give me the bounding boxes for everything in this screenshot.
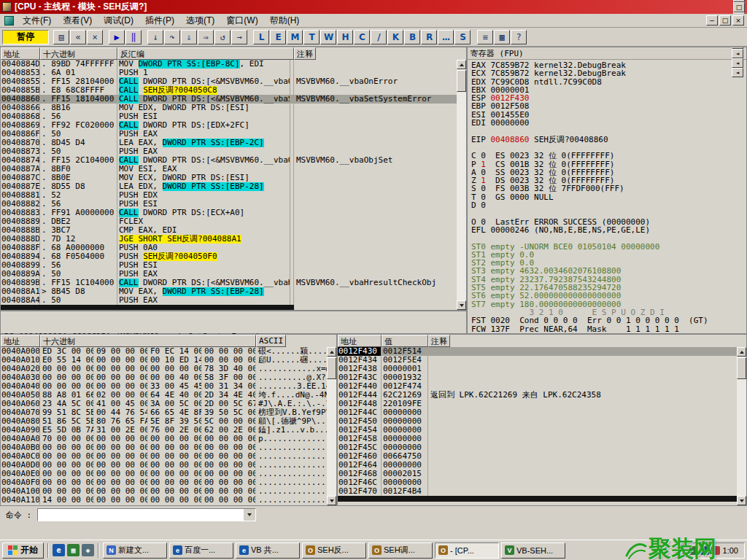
register-line[interactable]: 3 2 1 0 E S P U O Z D I [471, 308, 746, 316]
dump-row[interactable]: 0040A08051 86 5C 5B80 76 65 FA5E 8F 39 5… [1, 417, 327, 426]
scroll-up-icon[interactable] [457, 60, 466, 69]
panel-button-L[interactable]: L [253, 30, 269, 44]
dump-row[interactable]: 0040A04000 00 00 0000 00 00 0033 00 45 4… [1, 382, 327, 391]
run-button[interactable]: ▶ [109, 30, 125, 44]
disasm-row[interactable]: 00408874. FF15 2C104000CALL DWORD PTR DS… [1, 156, 457, 165]
dump-row[interactable]: 0040A06023 4A 5C 0041 00 45 003A 00 5C 0… [1, 400, 327, 408]
tray-icon[interactable] [711, 546, 720, 555]
register-line[interactable]: EAX 7C859B72 kernel32.DebugBreak [471, 61, 746, 69]
stack-row[interactable]: 0012F44C00000000 [338, 408, 737, 417]
panel-button-S[interactable]: S [454, 30, 471, 44]
panel-button-C[interactable]: C [354, 30, 370, 44]
register-line[interactable]: ST2 empty 0.0 [471, 259, 746, 267]
start-button[interactable]: 开始 [2, 542, 44, 559]
panel-button-x[interactable]: / [371, 30, 387, 44]
dump-row[interactable]: 0040A10000 00 00 0000 00 00 0000 00 00 0… [1, 487, 327, 496]
scroll-thumb[interactable] [457, 70, 466, 92]
scroll-down-icon[interactable] [737, 496, 746, 505]
dump-row[interactable]: 0040A0C000 00 00 0000 00 00 0000 00 00 0… [1, 452, 327, 461]
panel-button-K[interactable]: K [387, 30, 403, 44]
panel-button-B[interactable]: B [404, 30, 420, 44]
register-line[interactable]: ST7 empty 180.00000000000000000 [471, 300, 746, 308]
disasm-row[interactable]: 0040887E. 8D55 D8LEA EDX, DWORD PTR SS:[… [1, 182, 457, 191]
help-button[interactable]: ? [511, 30, 527, 44]
task-button[interactable]: e百度一... [169, 542, 233, 559]
command-input[interactable] [38, 509, 244, 521]
stack-row[interactable]: 0012F43800000001 [338, 365, 737, 373]
stack-row[interactable]: 0012F43C00001932 [338, 373, 737, 382]
task-button[interactable]: N新建文... [103, 542, 167, 559]
disasm-row[interactable]: 0040889A. 50PUSH EAX [1, 270, 457, 279]
register-line[interactable] [471, 209, 746, 217]
windows-list-button[interactable]: ≡ [477, 30, 493, 44]
disasm-row[interactable]: 00408894. 68 F0504000PUSH SEH反调?004050F0 [1, 252, 457, 261]
stack-row[interactable]: 0012F45800000000 [338, 435, 737, 443]
register-line[interactable] [471, 127, 746, 135]
dump-scrollbar[interactable] [327, 347, 336, 505]
disasm-row[interactable]: 00408899. 56PUSH ESI [1, 261, 457, 270]
disasm-row[interactable]: 00408882. 56PUSH ESI [1, 200, 457, 209]
register-line[interactable]: FCW 137F Prec NEAR,64 Mask 1 1 1 1 1 1 [471, 325, 746, 333]
disasm-row[interactable]: 00408868. 56PUSH ESI [1, 112, 457, 121]
disasm-row[interactable]: 00408873. 50PUSH EAX [1, 147, 457, 156]
goto-button[interactable]: → [231, 30, 247, 44]
register-line[interactable]: EBX 00000001 [471, 86, 746, 94]
disasm-row[interactable]: 0040885B. E8 68C8FFFFCALL SEH反调?004050C8 [1, 86, 457, 95]
register-line[interactable]: ST0 empty -UNORM BCE0 01050104 00000000 [471, 243, 746, 251]
disasm-row[interactable]: 0040889B. FF15 1C104000CALL DWORD PTR DS… [1, 279, 457, 287]
disasm-row[interactable]: 0040884D. 89BD 74FFFFFFMOV DWORD PTR SS:… [1, 60, 457, 69]
register-line[interactable]: EIP 00408860 SEH反调?00408860 [471, 136, 746, 144]
menu-item[interactable]: 文件(F) [17, 15, 57, 27]
dump-row[interactable]: 0040A11014 00 00 0000 00 00 0000 00 00 0… [1, 496, 327, 505]
register-line[interactable]: C 0 ES 0023 32 位 0(FFFFFFFF) [471, 152, 746, 160]
stack-row[interactable]: 0012F4700012F4B4 [338, 487, 737, 496]
stack-row[interactable]: 0012F45000000000 [338, 417, 737, 426]
register-line[interactable]: EFL 00000246 (NO,NB,E,BE,NS,PE,GE,LE) [471, 226, 746, 234]
stack-row[interactable]: 0012F45400000000 [338, 426, 737, 435]
scroll-thumb[interactable] [737, 357, 746, 379]
command-combobox[interactable] [37, 508, 256, 521]
disasm-row[interactable]: 0040886F. 50PUSH EAX [1, 130, 457, 139]
menu-item[interactable]: 查看(V) [57, 15, 98, 27]
tray-icon[interactable] [689, 546, 698, 555]
disassembly-scrollbar[interactable] [457, 60, 466, 310]
stack-row[interactable]: 0012F44462C21269返回到 LPK.62C21269 来自 LPK.… [338, 391, 737, 400]
disasm-row[interactable]: 0040887A. 8BF0MOV ESI, EAX [1, 165, 457, 174]
stack-scrollbar[interactable] [737, 347, 746, 505]
restart-button[interactable]: « [70, 30, 86, 44]
scroll-up-icon[interactable] [327, 347, 336, 357]
animate-into-button[interactable]: ⇓ [181, 30, 197, 44]
panel-button-M[interactable]: M [287, 30, 303, 44]
register-line[interactable] [471, 144, 746, 152]
register-line[interactable]: A 0 SS 0023 32 位 0(FFFFFFFF) [471, 168, 746, 176]
dump-row[interactable]: 0040A05088 A8 01 6602 00 00 0064 4E 40 0… [1, 391, 327, 400]
stack-row[interactable]: 0012F46C00000000 [338, 478, 737, 487]
dump-row[interactable]: 0040A0E000 00 00 0000 00 00 0000 00 00 0… [1, 470, 327, 478]
register-line[interactable]: EDI 00000000 [471, 119, 746, 127]
mdi-minimize-button[interactable]: − [706, 15, 718, 26]
dump-row[interactable]: 0040A02000 00 00 0000 00 00 0000 00 00 0… [1, 365, 327, 373]
register-line[interactable]: FST 0020 Cond 0 0 0 0 Err 0 0 1 0 0 0 0 … [471, 316, 746, 324]
maximize-button[interactable]: □ [733, 2, 745, 12]
task-button[interactable]: O- [CP... [435, 542, 499, 559]
panel-button-T[interactable]: T [303, 30, 320, 44]
disasm-row[interactable]: 004088A1> 8B45 D8MOV EAX, DWORD PTR SS:[… [1, 287, 457, 296]
dump-row[interactable]: 0040A000ED 3C 00 0009 00 00 00F0 EC 14 0… [1, 347, 327, 356]
mdi-restore-button[interactable]: □ [719, 15, 731, 26]
register-line[interactable] [471, 234, 746, 242]
menu-item[interactable]: 帮助(H) [264, 15, 306, 27]
dump-row[interactable]: 0040A0D000 00 00 0000 00 00 0000 00 00 0… [1, 461, 327, 470]
stack-row[interactable]: 0012F46400000000 [338, 461, 737, 470]
disasm-row[interactable]: 00408889. DBE2FCLEX [1, 217, 457, 226]
task-button[interactable]: OSEH反... [302, 542, 366, 559]
scroll-down-icon[interactable] [457, 300, 466, 310]
register-line[interactable]: P 1 CS 001B 32 位 0(FFFFFFFF) [471, 160, 746, 168]
dump-row[interactable]: 0040A03000 00 00 0000 00 00 0000 00 40 0… [1, 373, 327, 382]
quicklaunch-icon[interactable]: ▦ [67, 544, 80, 556]
disasm-row[interactable]: 0040888D. 7D 12JGE SHORT SEH反调?004088A1 [1, 235, 457, 244]
dump-row[interactable]: 0040A010E0 55 14 0000 00 00 0000 10 ED 1… [1, 356, 327, 365]
disasm-row[interactable]: 0040887C. 8B0EMOV ECX, DWORD PTR DS:[ESI… [1, 174, 457, 182]
stack-row[interactable]: 0012F46800002015 [338, 470, 737, 478]
pane-collapse-icon[interactable]: ◄ [732, 68, 743, 77]
quicklaunch-icon[interactable]: e [53, 544, 65, 556]
